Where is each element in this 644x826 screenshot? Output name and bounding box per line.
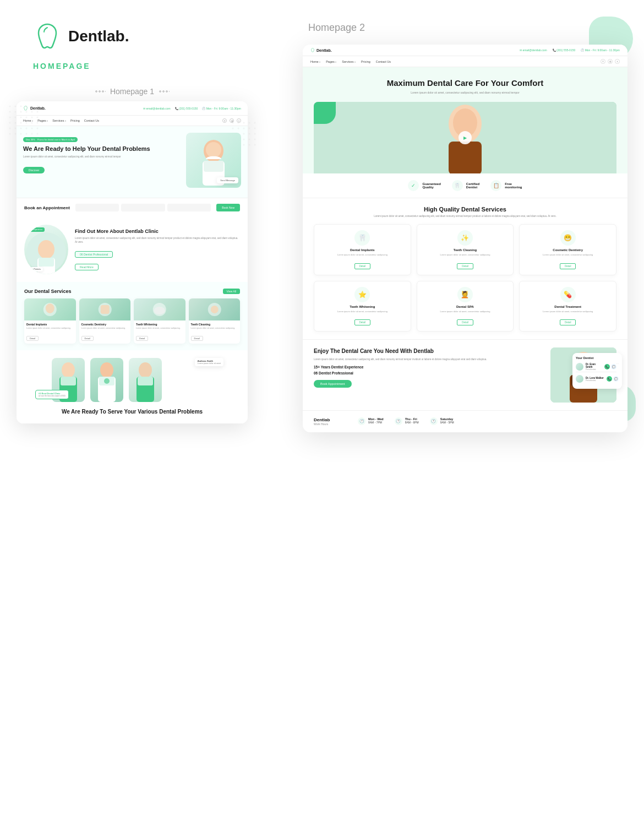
hp2-about-desc: Lorem ipsum dolor sit amet, consectetur … bbox=[314, 358, 543, 362]
hp2-detail-btn-5[interactable]: Detail bbox=[457, 319, 473, 325]
hp1-hero: Disc 30% Promo for dental care in March … bbox=[17, 126, 248, 198]
whitening-icon: ⭐ bbox=[354, 287, 370, 302]
service-detail-btn-1[interactable]: Detail bbox=[26, 336, 39, 341]
hp2-hero: Maximum Dental Care For Your Comfort Lor… bbox=[303, 67, 627, 173]
hp2-feature-monitoring: 📋 Freemonitoring bbox=[490, 180, 522, 191]
hp1-about-title: Find Out More About Dentlab Clinic bbox=[75, 229, 240, 234]
hp2-hours-col-3: 🕐 Saturday 9AM - 5PM bbox=[430, 417, 454, 425]
hp2-services-title: High Quality Dental Services bbox=[314, 206, 616, 213]
hp1-about-img: 10+ Years Experience 2K+ Happy Patients bbox=[24, 225, 68, 274]
hp2-section-label: Homepage 2 bbox=[303, 22, 627, 34]
hp1-section-label: Homepage 1 bbox=[0, 87, 264, 96]
svg-rect-11 bbox=[39, 258, 54, 267]
hp1-name-field[interactable] bbox=[75, 204, 119, 211]
hp2-detail-btn-4[interactable]: Detail bbox=[354, 319, 371, 325]
svg-rect-1 bbox=[8, 105, 41, 138]
hp2-book-btn[interactable]: Book Appointment bbox=[314, 380, 352, 388]
hp2-hours-col-1: 🕐 Mon - Wed 8AM - 7PM bbox=[358, 417, 384, 425]
dentist-info-1: Dr. Evan Smith Periodontist bbox=[586, 363, 602, 371]
service-detail-btn-3[interactable]: Detail bbox=[136, 336, 148, 341]
tooth-icon bbox=[33, 22, 62, 51]
hp2-feature-quality-label: GuaranteedQuality bbox=[422, 182, 440, 189]
service-desc-4: Lorem ipsum dolor sit amet, consectetur … bbox=[191, 327, 238, 330]
hp1-readmore-btn[interactable]: Read More bbox=[75, 264, 99, 270]
hp2-about-img-area: Your Dentist ··· Dr. Evan Smith Periodon… bbox=[550, 347, 616, 403]
svg-point-9 bbox=[38, 240, 54, 259]
mock-browser-1: Dentlab. ✉ email@dentlab.com 📞 (201) 555… bbox=[17, 101, 248, 423]
hp2-hours-col-2: 🕐 Thu - Fri 8AM - 6PM bbox=[395, 417, 419, 425]
hp2-detail-btn-1[interactable]: Detail bbox=[354, 263, 371, 269]
service-detail-btn-4[interactable]: Detail bbox=[191, 336, 203, 341]
hp2-service-whitening: ⭐ Teeth Whitening Lorem ipsum dolor sit … bbox=[314, 281, 411, 332]
hp2-services-grid: 🦷 Dental Implants Lorem ipsum dolor sit … bbox=[314, 224, 616, 332]
hp2-nav: Home ▾ Pages ▾ Services ▾ Pricing Contac… bbox=[303, 56, 627, 67]
dentist-chat-btn-1[interactable]: 💬 bbox=[611, 364, 616, 369]
brand-area: Dentlab. bbox=[0, 0, 264, 62]
hp1-date-field[interactable] bbox=[167, 204, 211, 211]
svg-point-13 bbox=[46, 303, 54, 313]
dentist-actions-1: 📞 💬 bbox=[604, 364, 616, 369]
dentist-phone-btn-2[interactable]: 📞 bbox=[607, 376, 612, 382]
clock-icon-3: 🕐 bbox=[430, 417, 438, 425]
hp1-nav: Home ▾ Pages ▾ Services ▾ Pricing Contac… bbox=[17, 116, 248, 126]
hp1-hero-text: Disc 30% Promo for dental care in March … bbox=[23, 133, 182, 173]
hp1-hero-title: We Are Ready to Help Your Dental Problem… bbox=[23, 145, 182, 153]
hp2-hours-time-2: 8AM - 6PM bbox=[405, 421, 419, 424]
hp2-service-desc-5: Lorem ipsum dolor sit amet, consectetur … bbox=[422, 310, 509, 313]
hp2-detail-btn-2[interactable]: Detail bbox=[457, 263, 473, 269]
dentist-icon: 🦷 bbox=[452, 180, 463, 191]
dentist-name-2: Dr. Lora Walker bbox=[586, 377, 604, 379]
cosmetic-icon: 😁 bbox=[560, 230, 576, 246]
hp2-service-desc-2: Lorem ipsum dolor sit amet, consectetur … bbox=[422, 253, 509, 257]
svg-rect-19 bbox=[210, 306, 218, 313]
hp1-team-title: We Are Ready To Serve Your Various Denta… bbox=[24, 405, 240, 418]
hp2-hero-title: Maximum Dental Care For Your Comfort bbox=[387, 78, 544, 88]
hp2-service-desc-3: Lorem ipsum dolor sit amet, consectetur … bbox=[524, 253, 612, 257]
quality-icon: ✓ bbox=[408, 180, 419, 191]
hp2-services: High Quality Dental Services Lorem ipsum… bbox=[303, 198, 627, 339]
hp2-dentist-row-2: Dr. Lora Walker Periodontist 📞 💬 bbox=[576, 374, 619, 384]
hp1-booknow-btn[interactable]: Book Now bbox=[216, 204, 240, 211]
hp1-about-desc: Lorem ipsum dolor sit amet, consectetur … bbox=[75, 237, 240, 244]
hp2-detail-btn-3[interactable]: Detail bbox=[560, 263, 576, 269]
hp2-feature-quality: ✓ GuaranteedQuality bbox=[408, 180, 440, 191]
hp1-discover-btn[interactable]: Discover bbox=[23, 167, 45, 173]
hp1-services-header: Our Dental Services View All bbox=[24, 289, 240, 294]
hp2-ig-icon[interactable]: ◎ bbox=[608, 59, 613, 64]
svg-rect-32 bbox=[449, 142, 482, 173]
hp2-detail-btn-6[interactable]: Detail bbox=[560, 319, 576, 325]
hp1-speech-bubble: Andreas Smith Lorem ipsum dolor sit amet bbox=[195, 358, 223, 366]
right-panel: Homepage 2 Dentlab. ✉ email@dentlab.com … bbox=[286, 0, 644, 432]
hp2-about: Enjoy The Dental Care You Need With Dent… bbox=[303, 339, 627, 410]
hp2-brand: Dentlab. bbox=[310, 48, 332, 52]
hp2-navlinks: Home ▾ Pages ▾ Services ▾ Pricing Contac… bbox=[310, 60, 391, 63]
hp2-play-btn[interactable]: ▶ bbox=[459, 131, 472, 144]
hp1-topbar: Dentlab. ✉ email@dentlab.com 📞 (201) 555… bbox=[17, 101, 248, 116]
svg-rect-15 bbox=[100, 305, 109, 314]
hp2-service-desc-6: Lorem ipsum dolor sit amet, consectetur … bbox=[524, 310, 612, 313]
hp2-hours-time-3: 9AM - 5PM bbox=[440, 421, 454, 424]
clock-icon-2: 🕐 bbox=[395, 417, 402, 425]
dentist-chat-btn-2[interactable]: 💬 bbox=[613, 376, 619, 382]
doctor-img-2 bbox=[90, 358, 123, 402]
mock-browser-2: Dentlab. ✉ email@dentlab.com 📞 (201) 555… bbox=[303, 45, 627, 432]
hp2-feature-dentist: 🦷 CertifiedDentist bbox=[452, 180, 479, 191]
hp1-prof-tag: 06 Dentist Professional bbox=[75, 251, 113, 258]
service-name-3: Teeth Whitening bbox=[136, 323, 183, 326]
hp1-viewall-btn[interactable]: View All bbox=[223, 289, 240, 294]
hp2-topbar: Dentlab. ✉ email@dentlab.com 📞 (201) 555… bbox=[303, 45, 627, 56]
service-name-4: Teeth Cleaning bbox=[191, 323, 238, 326]
hp2-dentist-card: Your Dentist ··· Dr. Evan Smith Periodon… bbox=[572, 353, 622, 389]
hp1-email-field[interactable] bbox=[121, 204, 165, 211]
hp2-dentist-row-1: Dr. Evan Smith Periodontist 📞 💬 bbox=[576, 362, 616, 372]
hp1-send-msg[interactable]: Send Message bbox=[217, 177, 238, 183]
hp2-hours-time-1: 8AM - 7PM bbox=[368, 421, 384, 424]
service-detail-btn-2[interactable]: Detail bbox=[81, 336, 94, 341]
dentist-phone-btn-1[interactable]: 📞 bbox=[604, 364, 610, 369]
hp2-feature-monitoring-label: Freemonitoring bbox=[505, 182, 522, 189]
hp2-fb-icon[interactable]: f bbox=[601, 59, 605, 64]
hp2-about-title: Enjoy The Dental Care You Need With Dent… bbox=[314, 347, 543, 355]
dentist-title-2: Periodontist bbox=[586, 379, 604, 382]
hp2-tw-icon[interactable]: t bbox=[615, 59, 620, 64]
fb-icon[interactable]: f bbox=[222, 118, 227, 123]
